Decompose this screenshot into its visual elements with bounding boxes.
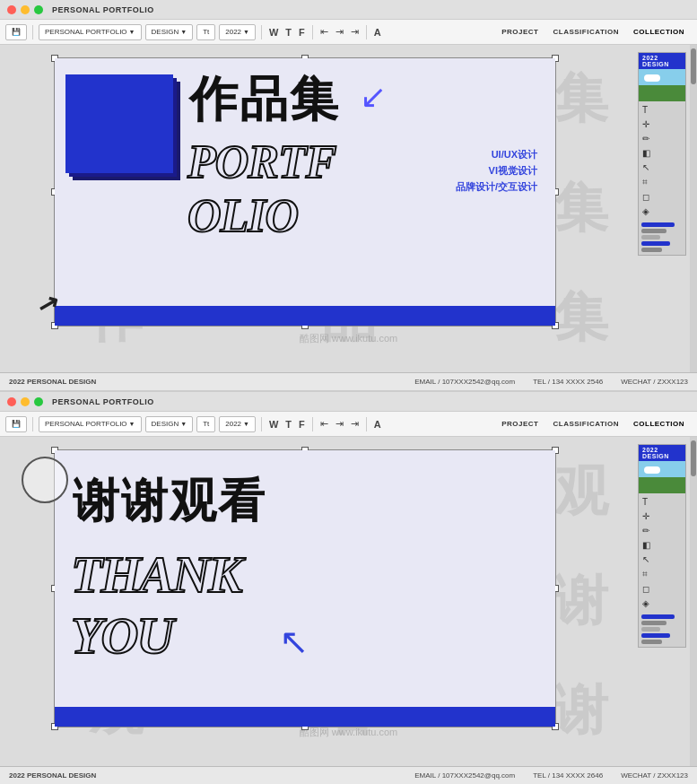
- canvas-1[interactable]: 作品集 ↙ PORTF OLIO UI/UX设计 VI视觉设计 品牌设计/交互设…: [54, 57, 556, 327]
- align-center-icon-2[interactable]: ⇥: [334, 418, 345, 430]
- maximize-btn-2[interactable]: [34, 397, 43, 406]
- watermark-url: 酷图网 www.ikutu.com: [300, 332, 397, 345]
- panel-tools-2: T ✛ ✏ ◧ ↖ ⌗ ◻ ◈: [639, 493, 685, 612]
- w-icon[interactable]: W: [267, 27, 280, 38]
- status-tel-1: TEL / 134 XXXX 2546: [533, 378, 603, 386]
- status-right-2: EMAIL / 107XXX2542@qq.com TEL / 134 XXXX…: [414, 771, 688, 780]
- traffic-lights-1[interactable]: [7, 5, 43, 14]
- text-tool-icon-2[interactable]: T: [641, 496, 683, 508]
- nav-collection-2[interactable]: COLLECTION: [626, 420, 692, 428]
- select-tool-icon-2[interactable]: ↖: [641, 553, 683, 565]
- align-left-icon[interactable]: ⇤: [318, 26, 330, 38]
- f-icon[interactable]: F: [297, 27, 307, 38]
- design-menu[interactable]: DESIGN ▼: [145, 24, 194, 40]
- scrollbar-thumb-2[interactable]: [691, 440, 696, 476]
- f-icon-2[interactable]: F: [297, 419, 307, 430]
- info-line-3: 品牌设计/交互设计: [456, 180, 537, 194]
- portfolio-menu-2[interactable]: PERSONAL PORTFOLIO ▼: [39, 416, 142, 432]
- nav-project-1[interactable]: PROJECT: [494, 28, 545, 36]
- nav-collection-1[interactable]: COLLECTION: [626, 28, 692, 36]
- move-tool-icon[interactable]: ✛: [641, 118, 683, 130]
- crop-tool-icon[interactable]: ⌗: [641, 176, 683, 188]
- text-tool-icon[interactable]: T: [641, 104, 683, 116]
- toolbar-2: 💾 PERSONAL PORTFOLIO ▼ DESIGN ▼ Tt 2022 …: [0, 412, 697, 437]
- panel-preview-2: [639, 461, 685, 493]
- sep4: [366, 25, 367, 39]
- move-tool-icon-2[interactable]: ✛: [641, 510, 683, 522]
- cn-title-1: 作品集: [189, 74, 340, 123]
- align-center-icon[interactable]: ⇥: [334, 26, 345, 38]
- panel-bar-8: [641, 627, 660, 632]
- info-line-2: VI视觉设计: [456, 164, 537, 178]
- align-left-icon-2[interactable]: ⇤: [318, 418, 330, 430]
- scrollbar-2[interactable]: [690, 437, 697, 766]
- save-icon-2[interactable]: 💾: [5, 416, 27, 432]
- align-right-icon[interactable]: ⇥: [349, 26, 361, 38]
- thank-text: THANK: [71, 549, 241, 601]
- window-title-1: PERSONAL PORTFOLIO: [52, 5, 154, 14]
- portfolio-menu[interactable]: PERSONAL PORTFOLIO ▼: [39, 24, 142, 40]
- w-icon-2[interactable]: W: [267, 419, 280, 430]
- t-icon[interactable]: T: [283, 27, 293, 38]
- eye-tool-icon-2[interactable]: ◈: [641, 597, 683, 609]
- panel-bar-1: [641, 222, 675, 227]
- shape-tool-icon[interactable]: ◻: [641, 191, 683, 203]
- panel-bars-1: [639, 220, 685, 255]
- preview-cloud: [644, 74, 660, 82]
- bottom-bar-1: [55, 306, 555, 326]
- portf-text: PORTF: [187, 139, 335, 186]
- select-tool-icon[interactable]: ↖: [641, 161, 683, 173]
- panel-bars-2: [639, 612, 685, 647]
- font-type-menu-2[interactable]: Tt: [196, 416, 215, 432]
- close-btn[interactable]: [7, 5, 16, 14]
- year-menu[interactable]: 2022 ▼: [219, 24, 256, 40]
- status-email-2: EMAIL / 107XXX2542@qq.com: [414, 771, 515, 780]
- save-icon[interactable]: 💾: [5, 24, 27, 40]
- crop-tool-icon-2[interactable]: ⌗: [641, 568, 683, 580]
- panel-bar-3: [641, 235, 660, 240]
- sep3: [312, 25, 313, 39]
- sep7: [312, 417, 313, 431]
- scrollbar-thumb-1[interactable]: [691, 48, 696, 84]
- minimize-btn[interactable]: [21, 5, 30, 14]
- status-bar-2: 2022 PERSONAL DESIGN EMAIL / 107XXX2542@…: [0, 766, 697, 784]
- pen-tool-icon-2[interactable]: ✏: [641, 525, 683, 536]
- t-icon-2[interactable]: T: [283, 419, 293, 430]
- eraser-tool-icon-2[interactable]: ◧: [641, 539, 683, 551]
- maximize-btn[interactable]: [34, 5, 43, 14]
- info-line-1: UI/UX设计: [456, 148, 537, 161]
- panel-bar-9: [641, 633, 670, 638]
- sep6: [261, 417, 262, 431]
- close-btn-2[interactable]: [7, 397, 16, 406]
- preview-cloud-2: [644, 466, 660, 474]
- panel-tools-1: T ✛ ✏ ◧ ↖ ⌗ ◻ ◈: [639, 101, 685, 220]
- blue-sq-front: [65, 74, 173, 173]
- design-menu-2[interactable]: DESIGN ▼: [145, 416, 194, 432]
- nav-classification-2[interactable]: CLASSIFICATION: [545, 420, 626, 428]
- traffic-lights-2[interactable]: [7, 397, 43, 406]
- canvas-inner-1: 作品集 ↙ PORTF OLIO UI/UX设计 VI视觉设计 品牌设计/交互设…: [55, 58, 555, 326]
- nav-project-2[interactable]: PROJECT: [494, 420, 545, 428]
- font-type-menu[interactable]: Tt: [196, 24, 215, 40]
- panel-bar-2: [641, 229, 667, 233]
- pen-tool-icon[interactable]: ✏: [641, 133, 683, 144]
- font-size-icon-2[interactable]: A: [372, 419, 383, 430]
- panel-bar-10: [641, 640, 662, 644]
- font-size-icon[interactable]: A: [372, 27, 383, 38]
- panel-header-2: 2022 DESIGN: [639, 445, 685, 461]
- scrollbar-1[interactable]: [690, 45, 697, 372]
- toolbar-1: 💾 PERSONAL PORTFOLIO ▼ DESIGN ▼ Tt 2022 …: [0, 20, 697, 45]
- watermark-url-2: 酷图网 www.ikutu.com: [300, 726, 397, 739]
- eye-tool-icon[interactable]: ◈: [641, 205, 683, 217]
- panel-bar-7: [641, 621, 667, 625]
- year-menu-2[interactable]: 2022 ▼: [219, 416, 256, 432]
- eraser-tool-icon[interactable]: ◧: [641, 147, 683, 159]
- shape-tool-icon-2[interactable]: ◻: [641, 583, 683, 595]
- align-right-icon-2[interactable]: ⇥: [349, 418, 361, 430]
- status-right-1: EMAIL / 107XXX2542@qq.com TEL / 134 XXXX…: [414, 378, 688, 386]
- sep8: [366, 417, 367, 431]
- nav-classification-1[interactable]: CLASSIFICATION: [545, 28, 626, 36]
- panel-bar-5: [641, 248, 662, 252]
- minimize-btn-2[interactable]: [21, 397, 30, 406]
- canvas-2[interactable]: 谢谢观看 THANK YOU ↖: [54, 449, 556, 727]
